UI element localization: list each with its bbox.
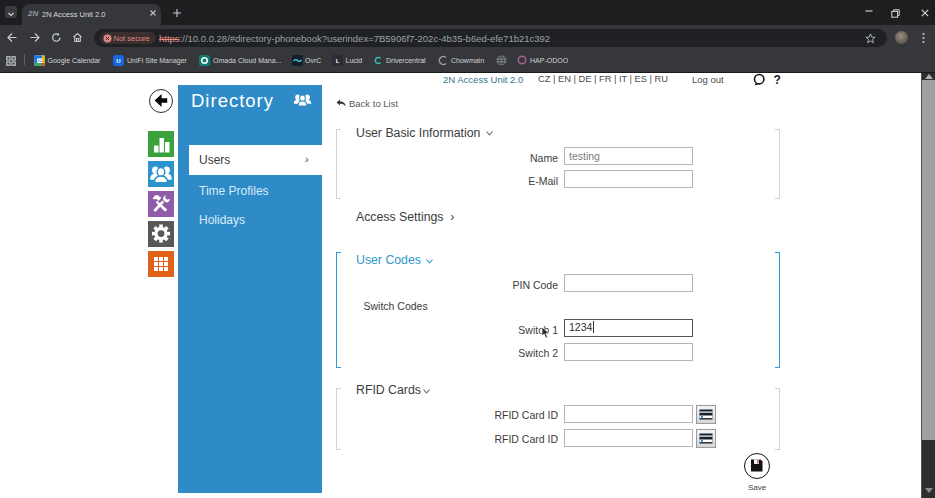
svg-text:L: L: [336, 58, 340, 64]
svg-text:31: 31: [37, 58, 43, 63]
svg-text:U: U: [116, 58, 120, 64]
